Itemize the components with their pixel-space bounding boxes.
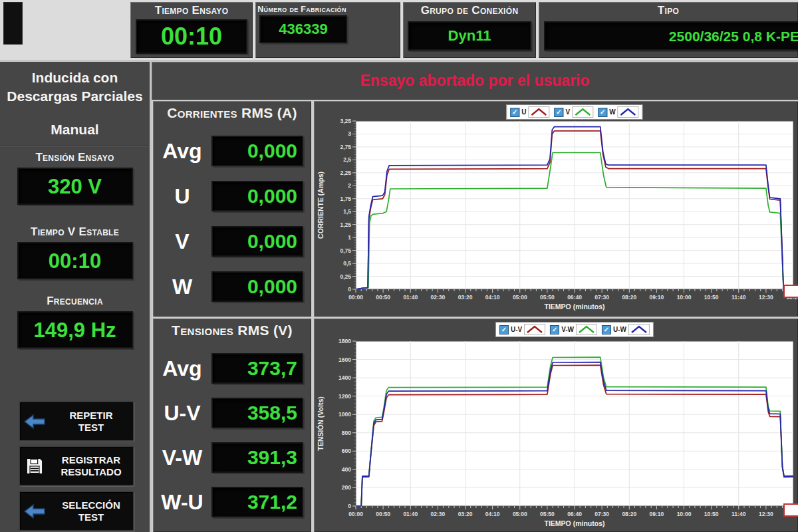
checkbox-icon[interactable]: ✓	[602, 325, 611, 334]
svg-text:08:20: 08:20	[622, 294, 636, 301]
svg-text:2,25: 2,25	[340, 170, 351, 176]
svg-text:00:50: 00:50	[376, 294, 390, 301]
svg-text:10:50: 10:50	[704, 511, 719, 517]
uv-voltage-display: 358,5	[211, 398, 303, 428]
grupo-conexion-label: Grupo de Conexión	[403, 4, 536, 17]
value-row: V-W391,3	[153, 442, 311, 473]
x-axis-title: TIEMPO (minutos)	[545, 303, 605, 311]
svg-text:06:40: 06:40	[567, 294, 582, 301]
chart-svg: 00:0000:5001:4002:3003:2004:1005:0005:50…	[314, 319, 798, 532]
value-row: V0,000	[153, 226, 311, 257]
chevron-sample-icon	[529, 106, 550, 118]
tensiones-rms-panel: Tensiones RMS (V) Avg373,7 U-V358,5 V-W3…	[153, 319, 311, 532]
y-axis-title: TENSIÓN (Volts)	[317, 396, 325, 450]
tension-ensayo-display: 320 V	[17, 168, 133, 205]
chevron-sample-icon	[524, 324, 545, 335]
value-row: U0,000	[153, 181, 311, 211]
checkbox-icon[interactable]: ✓	[555, 108, 564, 117]
svg-text:3,25: 3,25	[340, 118, 351, 124]
svg-text:1000: 1000	[338, 411, 351, 418]
svg-text:0,5: 0,5	[343, 260, 351, 267]
svg-text:10:50: 10:50	[704, 294, 719, 301]
svg-text:05:50: 05:50	[540, 294, 555, 301]
u-current-display: 0,000	[211, 181, 303, 211]
chevron-sample-icon	[628, 324, 650, 335]
tiempo-v-estable-display: 00:10	[17, 242, 133, 279]
tension-ensayo-field: Tensión Ensayo 320 V	[0, 151, 150, 205]
voltage-chart: 00:0000:5001:4002:3003:2004:1005:0005:50…	[314, 319, 798, 532]
tiempo-ensayo-panel: Tiempo Ensayo 00:10	[130, 2, 253, 58]
chart-legend: ✓U-V✓V-W✓U-W	[495, 322, 654, 337]
corrientes-rms-panel: Corrientes RMS (A) Avg0,000 U0,000 V0,00…	[153, 101, 311, 317]
repetir-test-button[interactable]: REPETIRTEST	[19, 401, 134, 442]
checkbox-icon[interactable]: ✓	[510, 108, 519, 117]
grupo-conexion-display: Dyn11	[408, 21, 531, 51]
svg-text:02:30: 02:30	[431, 294, 446, 301]
tipo-label: Tipo	[539, 4, 798, 17]
checkbox-icon[interactable]: ✓	[499, 325, 509, 334]
svg-text:200: 200	[342, 484, 351, 491]
svg-text:09:10: 09:10	[650, 511, 664, 517]
chart-svg: 00:0000:5001:4002:3003:2004:1005:0005:50…	[314, 101, 798, 317]
chart-cursor-marker[interactable]	[783, 285, 798, 298]
svg-text:2,75: 2,75	[340, 144, 351, 150]
svg-text:11:40: 11:40	[732, 511, 746, 517]
y-axis-title: CORRIENTE (Amps)	[317, 172, 325, 239]
legend-item: ✓V-W	[550, 324, 597, 335]
legend-label: U	[521, 108, 526, 116]
v-current-display: 0,000	[211, 226, 303, 257]
svg-text:1800: 1800	[338, 338, 351, 344]
sidebar: Inducida con Descargas Parciales Manual …	[0, 62, 152, 532]
svg-text:0,75: 0,75	[340, 247, 351, 254]
value-row: U-V358,5	[153, 398, 311, 428]
svg-text:05:00: 05:00	[513, 511, 527, 517]
legend-item: ✓U-V	[499, 324, 545, 335]
seleccion-test-button[interactable]: SELECCIÓNTEST	[19, 491, 134, 531]
divider	[0, 145, 150, 146]
legend-item: ✓U	[510, 106, 549, 118]
tiempo-ensayo-display: 00:10	[136, 19, 247, 54]
svg-text:00:00: 00:00	[348, 294, 363, 301]
svg-text:800: 800	[342, 430, 351, 436]
svg-text:04:10: 04:10	[485, 294, 500, 301]
chart-legend: ✓U✓V✓W	[506, 104, 642, 120]
chevron-sample-icon	[618, 106, 639, 118]
svg-text:00:00: 00:00	[348, 511, 363, 517]
chart-cursor-marker[interactable]	[783, 503, 798, 517]
chevron-sample-icon	[576, 324, 597, 335]
value-row: Avg373,7	[153, 353, 311, 384]
registrar-resultado-button[interactable]: REGISTRARRESULTADO	[19, 446, 134, 486]
svg-text:10:00: 10:00	[677, 511, 692, 517]
checkbox-icon[interactable]: ✓	[598, 108, 607, 117]
svg-text:1,25: 1,25	[340, 221, 351, 228]
tipo-display: 2500/36/25 0,8 K-PE	[544, 21, 798, 51]
test-mode-label: Manual	[0, 120, 150, 139]
tensiones-rms-title: Tensiones RMS (V)	[153, 323, 311, 338]
checkbox-icon[interactable]: ✓	[550, 325, 559, 334]
svg-text:03:20: 03:20	[458, 294, 473, 301]
value-row: W-U371,2	[153, 487, 311, 517]
svg-text:400: 400	[342, 466, 351, 473]
svg-text:07:30: 07:30	[595, 294, 609, 301]
svg-text:12:30: 12:30	[759, 511, 773, 517]
w-current-display: 0,000	[211, 271, 303, 302]
numero-fabricacion-display: 436339	[259, 15, 347, 43]
x-axis-title: TIEMPO (minutos)	[545, 519, 605, 527]
tiempo-ensayo-label: Tiempo Ensayo	[130, 4, 253, 17]
tiempo-v-estable-field: Tiempo V Estable 00:10	[0, 225, 150, 279]
svg-text:0: 0	[348, 286, 351, 293]
svg-text:1,5: 1,5	[343, 208, 351, 215]
svg-text:2: 2	[348, 182, 351, 189]
svg-text:10:00: 10:00	[677, 294, 692, 301]
status-message: Ensayo abortado por el usuario	[360, 72, 589, 90]
svg-text:11:40: 11:40	[732, 294, 746, 301]
legend-label: V-W	[561, 326, 574, 333]
legend-label: W	[609, 108, 615, 116]
svg-text:04:10: 04:10	[485, 511, 500, 517]
status-message-bar: Ensayo abortado por el usuario	[152, 62, 798, 100]
svg-text:06:40: 06:40	[567, 511, 582, 517]
value-row: W0,000	[153, 271, 311, 302]
frecuencia-field: Frecuencia 149,9 Hz	[0, 295, 150, 348]
vw-voltage-display: 391,3	[211, 442, 303, 473]
svg-text:1,75: 1,75	[340, 196, 351, 202]
